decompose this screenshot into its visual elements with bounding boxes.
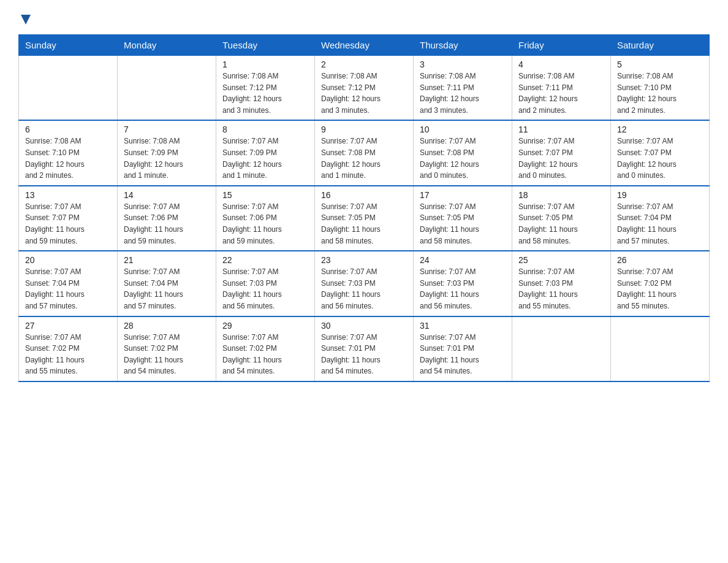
day-number: 9: [321, 124, 407, 134]
calendar-cell: 5Sunrise: 7:08 AM Sunset: 7:10 PM Daylig…: [611, 56, 710, 121]
logo: [18, 12, 33, 25]
calendar-cell: 26Sunrise: 7:07 AM Sunset: 7:02 PM Dayli…: [611, 251, 710, 316]
day-number: 27: [25, 321, 111, 331]
day-info: Sunrise: 7:07 AM Sunset: 7:04 PM Dayligh…: [25, 266, 111, 312]
day-info: Sunrise: 7:07 AM Sunset: 7:04 PM Dayligh…: [124, 266, 210, 312]
day-info: Sunrise: 7:07 AM Sunset: 7:03 PM Dayligh…: [222, 266, 308, 312]
calendar-cell: 12Sunrise: 7:07 AM Sunset: 7:07 PM Dayli…: [611, 120, 710, 185]
calendar-table: SundayMondayTuesdayWednesdayThursdayFrid…: [18, 34, 710, 382]
day-number: 1: [222, 59, 308, 69]
calendar-cell: 2Sunrise: 7:08 AM Sunset: 7:12 PM Daylig…: [315, 56, 414, 121]
day-info: Sunrise: 7:07 AM Sunset: 7:02 PM Dayligh…: [222, 332, 308, 377]
calendar-header-row: SundayMondayTuesdayWednesdayThursdayFrid…: [19, 35, 710, 56]
weekday-header-saturday: Saturday: [611, 35, 710, 56]
day-info: Sunrise: 7:07 AM Sunset: 7:01 PM Dayligh…: [321, 332, 407, 377]
day-info: Sunrise: 7:08 AM Sunset: 7:12 PM Dayligh…: [222, 71, 308, 116]
weekday-header-tuesday: Tuesday: [216, 35, 315, 56]
calendar-cell: 21Sunrise: 7:07 AM Sunset: 7:04 PM Dayli…: [118, 251, 216, 316]
day-number: 8: [222, 124, 308, 134]
day-number: 30: [321, 321, 407, 331]
day-number: 24: [420, 255, 506, 265]
calendar-cell: 10Sunrise: 7:07 AM Sunset: 7:08 PM Dayli…: [414, 120, 512, 185]
calendar-cell: 31Sunrise: 7:07 AM Sunset: 7:01 PM Dayli…: [414, 316, 512, 381]
day-info: Sunrise: 7:07 AM Sunset: 7:07 PM Dayligh…: [25, 201, 111, 247]
day-info: Sunrise: 7:07 AM Sunset: 7:08 PM Dayligh…: [321, 136, 407, 181]
day-number: 26: [617, 255, 703, 265]
calendar-cell: 22Sunrise: 7:07 AM Sunset: 7:03 PM Dayli…: [216, 251, 315, 316]
day-info: Sunrise: 7:07 AM Sunset: 7:02 PM Dayligh…: [124, 332, 210, 377]
day-number: 7: [124, 124, 210, 134]
day-number: 17: [420, 190, 506, 200]
day-number: 16: [321, 190, 407, 200]
day-number: 19: [617, 190, 703, 200]
day-info: Sunrise: 7:07 AM Sunset: 7:02 PM Dayligh…: [617, 266, 703, 312]
calendar-cell: [611, 316, 710, 381]
calendar-cell: 23Sunrise: 7:07 AM Sunset: 7:03 PM Dayli…: [315, 251, 414, 316]
calendar-cell: 3Sunrise: 7:08 AM Sunset: 7:11 PM Daylig…: [414, 56, 512, 121]
day-number: 5: [617, 59, 703, 69]
day-info: Sunrise: 7:08 AM Sunset: 7:10 PM Dayligh…: [25, 136, 111, 181]
calendar-cell: [118, 56, 216, 121]
calendar-cell: 14Sunrise: 7:07 AM Sunset: 7:06 PM Dayli…: [118, 186, 216, 251]
day-number: 12: [617, 124, 703, 134]
calendar-cell: 20Sunrise: 7:07 AM Sunset: 7:04 PM Dayli…: [19, 251, 118, 316]
day-info: Sunrise: 7:07 AM Sunset: 7:04 PM Dayligh…: [617, 201, 703, 247]
day-info: Sunrise: 7:07 AM Sunset: 7:02 PM Dayligh…: [25, 332, 111, 377]
calendar-cell: 30Sunrise: 7:07 AM Sunset: 7:01 PM Dayli…: [315, 316, 414, 381]
day-number: 23: [321, 255, 407, 265]
day-info: Sunrise: 7:07 AM Sunset: 7:07 PM Dayligh…: [617, 136, 703, 181]
calendar-cell: [512, 316, 611, 381]
day-info: Sunrise: 7:07 AM Sunset: 7:03 PM Dayligh…: [321, 266, 407, 312]
calendar-cell: 11Sunrise: 7:07 AM Sunset: 7:07 PM Dayli…: [512, 120, 611, 185]
day-number: 22: [222, 255, 308, 265]
day-info: Sunrise: 7:07 AM Sunset: 7:03 PM Dayligh…: [420, 266, 506, 312]
weekday-header-sunday: Sunday: [19, 35, 118, 56]
day-number: 10: [420, 124, 506, 134]
calendar-cell: 13Sunrise: 7:07 AM Sunset: 7:07 PM Dayli…: [19, 186, 118, 251]
calendar-cell: 6Sunrise: 7:08 AM Sunset: 7:10 PM Daylig…: [19, 120, 118, 185]
day-info: Sunrise: 7:08 AM Sunset: 7:10 PM Dayligh…: [617, 71, 703, 116]
weekday-header-thursday: Thursday: [414, 35, 512, 56]
day-info: Sunrise: 7:07 AM Sunset: 7:08 PM Dayligh…: [420, 136, 506, 181]
day-number: 21: [124, 255, 210, 265]
day-number: 4: [518, 59, 604, 69]
day-number: 28: [124, 321, 210, 331]
calendar-cell: 18Sunrise: 7:07 AM Sunset: 7:05 PM Dayli…: [512, 186, 611, 251]
calendar-week-row: 13Sunrise: 7:07 AM Sunset: 7:07 PM Dayli…: [19, 186, 710, 251]
weekday-header-wednesday: Wednesday: [315, 35, 414, 56]
calendar-cell: 28Sunrise: 7:07 AM Sunset: 7:02 PM Dayli…: [118, 316, 216, 381]
day-info: Sunrise: 7:07 AM Sunset: 7:06 PM Dayligh…: [222, 201, 308, 247]
day-info: Sunrise: 7:08 AM Sunset: 7:11 PM Dayligh…: [420, 71, 506, 116]
calendar-cell: 7Sunrise: 7:08 AM Sunset: 7:09 PM Daylig…: [118, 120, 216, 185]
calendar-cell: [19, 56, 118, 121]
day-number: 31: [420, 321, 506, 331]
calendar-cell: 8Sunrise: 7:07 AM Sunset: 7:09 PM Daylig…: [216, 120, 315, 185]
calendar-cell: 24Sunrise: 7:07 AM Sunset: 7:03 PM Dayli…: [414, 251, 512, 316]
logo-arrow-icon: [20, 13, 33, 27]
calendar-week-row: 20Sunrise: 7:07 AM Sunset: 7:04 PM Dayli…: [19, 251, 710, 316]
day-number: 2: [321, 59, 407, 69]
day-number: 29: [222, 321, 308, 331]
page-header: [18, 12, 710, 25]
svg-marker-0: [21, 15, 31, 25]
calendar-cell: 16Sunrise: 7:07 AM Sunset: 7:05 PM Dayli…: [315, 186, 414, 251]
day-info: Sunrise: 7:08 AM Sunset: 7:11 PM Dayligh…: [518, 71, 604, 116]
day-info: Sunrise: 7:07 AM Sunset: 7:03 PM Dayligh…: [518, 266, 604, 312]
calendar-cell: 17Sunrise: 7:07 AM Sunset: 7:05 PM Dayli…: [414, 186, 512, 251]
day-number: 18: [518, 190, 604, 200]
day-number: 15: [222, 190, 308, 200]
day-number: 11: [518, 124, 604, 134]
calendar-cell: 19Sunrise: 7:07 AM Sunset: 7:04 PM Dayli…: [611, 186, 710, 251]
day-info: Sunrise: 7:07 AM Sunset: 7:01 PM Dayligh…: [420, 332, 506, 377]
calendar-week-row: 6Sunrise: 7:08 AM Sunset: 7:10 PM Daylig…: [19, 120, 710, 185]
day-info: Sunrise: 7:08 AM Sunset: 7:09 PM Dayligh…: [124, 136, 210, 181]
day-info: Sunrise: 7:07 AM Sunset: 7:05 PM Dayligh…: [420, 201, 506, 247]
calendar-cell: 15Sunrise: 7:07 AM Sunset: 7:06 PM Dayli…: [216, 186, 315, 251]
calendar-week-row: 1Sunrise: 7:08 AM Sunset: 7:12 PM Daylig…: [19, 56, 710, 121]
day-info: Sunrise: 7:07 AM Sunset: 7:07 PM Dayligh…: [518, 136, 604, 181]
day-number: 13: [25, 190, 111, 200]
day-info: Sunrise: 7:07 AM Sunset: 7:05 PM Dayligh…: [321, 201, 407, 247]
calendar-cell: 25Sunrise: 7:07 AM Sunset: 7:03 PM Dayli…: [512, 251, 611, 316]
calendar-cell: 4Sunrise: 7:08 AM Sunset: 7:11 PM Daylig…: [512, 56, 611, 121]
day-number: 20: [25, 255, 111, 265]
